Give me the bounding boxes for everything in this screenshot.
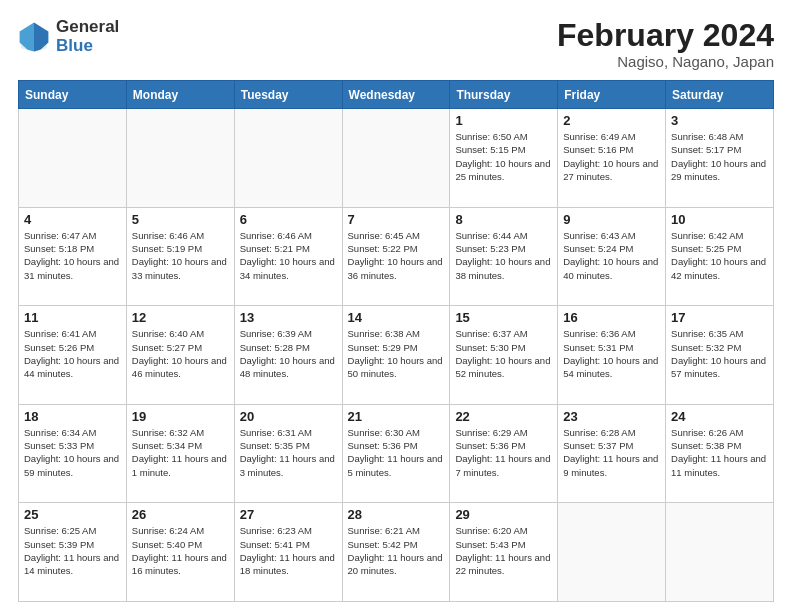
title-block: February 2024 Nagiso, Nagano, Japan	[557, 18, 774, 70]
day-number: 28	[348, 507, 445, 522]
table-row: 12Sunrise: 6:40 AM Sunset: 5:27 PM Dayli…	[126, 306, 234, 405]
day-number: 14	[348, 310, 445, 325]
day-info: Sunrise: 6:42 AM Sunset: 5:25 PM Dayligh…	[671, 229, 768, 282]
table-row	[234, 109, 342, 208]
table-row: 9Sunrise: 6:43 AM Sunset: 5:24 PM Daylig…	[558, 207, 666, 306]
day-number: 23	[563, 409, 660, 424]
calendar-week-row: 1Sunrise: 6:50 AM Sunset: 5:15 PM Daylig…	[19, 109, 774, 208]
table-row: 25Sunrise: 6:25 AM Sunset: 5:39 PM Dayli…	[19, 503, 127, 602]
day-number: 16	[563, 310, 660, 325]
table-row: 20Sunrise: 6:31 AM Sunset: 5:35 PM Dayli…	[234, 404, 342, 503]
day-info: Sunrise: 6:48 AM Sunset: 5:17 PM Dayligh…	[671, 130, 768, 183]
day-info: Sunrise: 6:44 AM Sunset: 5:23 PM Dayligh…	[455, 229, 552, 282]
col-thursday: Thursday	[450, 81, 558, 109]
table-row: 14Sunrise: 6:38 AM Sunset: 5:29 PM Dayli…	[342, 306, 450, 405]
table-row: 17Sunrise: 6:35 AM Sunset: 5:32 PM Dayli…	[666, 306, 774, 405]
table-row: 7Sunrise: 6:45 AM Sunset: 5:22 PM Daylig…	[342, 207, 450, 306]
table-row: 16Sunrise: 6:36 AM Sunset: 5:31 PM Dayli…	[558, 306, 666, 405]
day-info: Sunrise: 6:29 AM Sunset: 5:36 PM Dayligh…	[455, 426, 552, 479]
table-row: 4Sunrise: 6:47 AM Sunset: 5:18 PM Daylig…	[19, 207, 127, 306]
table-row	[666, 503, 774, 602]
day-info: Sunrise: 6:43 AM Sunset: 5:24 PM Dayligh…	[563, 229, 660, 282]
calendar-header-row: Sunday Monday Tuesday Wednesday Thursday…	[19, 81, 774, 109]
table-row	[126, 109, 234, 208]
table-row: 18Sunrise: 6:34 AM Sunset: 5:33 PM Dayli…	[19, 404, 127, 503]
day-info: Sunrise: 6:39 AM Sunset: 5:28 PM Dayligh…	[240, 327, 337, 380]
month-year-title: February 2024	[557, 18, 774, 53]
col-wednesday: Wednesday	[342, 81, 450, 109]
logo-text: General Blue	[56, 18, 119, 55]
day-number: 5	[132, 212, 229, 227]
table-row: 19Sunrise: 6:32 AM Sunset: 5:34 PM Dayli…	[126, 404, 234, 503]
table-row: 21Sunrise: 6:30 AM Sunset: 5:36 PM Dayli…	[342, 404, 450, 503]
location-title: Nagiso, Nagano, Japan	[557, 53, 774, 70]
day-info: Sunrise: 6:47 AM Sunset: 5:18 PM Dayligh…	[24, 229, 121, 282]
day-number: 6	[240, 212, 337, 227]
page: General Blue February 2024 Nagiso, Nagan…	[0, 0, 792, 612]
table-row: 2Sunrise: 6:49 AM Sunset: 5:16 PM Daylig…	[558, 109, 666, 208]
day-number: 9	[563, 212, 660, 227]
day-info: Sunrise: 6:49 AM Sunset: 5:16 PM Dayligh…	[563, 130, 660, 183]
day-info: Sunrise: 6:37 AM Sunset: 5:30 PM Dayligh…	[455, 327, 552, 380]
day-info: Sunrise: 6:32 AM Sunset: 5:34 PM Dayligh…	[132, 426, 229, 479]
day-info: Sunrise: 6:23 AM Sunset: 5:41 PM Dayligh…	[240, 524, 337, 577]
day-number: 29	[455, 507, 552, 522]
day-info: Sunrise: 6:31 AM Sunset: 5:35 PM Dayligh…	[240, 426, 337, 479]
table-row: 29Sunrise: 6:20 AM Sunset: 5:43 PM Dayli…	[450, 503, 558, 602]
day-number: 4	[24, 212, 121, 227]
day-info: Sunrise: 6:46 AM Sunset: 5:19 PM Dayligh…	[132, 229, 229, 282]
day-number: 11	[24, 310, 121, 325]
logo-blue-text: Blue	[56, 37, 119, 56]
table-row: 6Sunrise: 6:46 AM Sunset: 5:21 PM Daylig…	[234, 207, 342, 306]
day-info: Sunrise: 6:40 AM Sunset: 5:27 PM Dayligh…	[132, 327, 229, 380]
table-row: 13Sunrise: 6:39 AM Sunset: 5:28 PM Dayli…	[234, 306, 342, 405]
day-number: 15	[455, 310, 552, 325]
day-number: 10	[671, 212, 768, 227]
day-info: Sunrise: 6:28 AM Sunset: 5:37 PM Dayligh…	[563, 426, 660, 479]
day-number: 17	[671, 310, 768, 325]
day-number: 3	[671, 113, 768, 128]
logo-icon	[18, 21, 50, 53]
day-number: 21	[348, 409, 445, 424]
day-info: Sunrise: 6:41 AM Sunset: 5:26 PM Dayligh…	[24, 327, 121, 380]
table-row: 27Sunrise: 6:23 AM Sunset: 5:41 PM Dayli…	[234, 503, 342, 602]
table-row: 15Sunrise: 6:37 AM Sunset: 5:30 PM Dayli…	[450, 306, 558, 405]
col-sunday: Sunday	[19, 81, 127, 109]
table-row: 5Sunrise: 6:46 AM Sunset: 5:19 PM Daylig…	[126, 207, 234, 306]
table-row	[342, 109, 450, 208]
table-row: 26Sunrise: 6:24 AM Sunset: 5:40 PM Dayli…	[126, 503, 234, 602]
calendar-week-row: 18Sunrise: 6:34 AM Sunset: 5:33 PM Dayli…	[19, 404, 774, 503]
header: General Blue February 2024 Nagiso, Nagan…	[18, 18, 774, 70]
table-row	[19, 109, 127, 208]
day-info: Sunrise: 6:38 AM Sunset: 5:29 PM Dayligh…	[348, 327, 445, 380]
logo-general-text: General	[56, 18, 119, 37]
day-number: 26	[132, 507, 229, 522]
calendar-week-row: 11Sunrise: 6:41 AM Sunset: 5:26 PM Dayli…	[19, 306, 774, 405]
col-friday: Friday	[558, 81, 666, 109]
day-info: Sunrise: 6:35 AM Sunset: 5:32 PM Dayligh…	[671, 327, 768, 380]
table-row: 10Sunrise: 6:42 AM Sunset: 5:25 PM Dayli…	[666, 207, 774, 306]
table-row: 28Sunrise: 6:21 AM Sunset: 5:42 PM Dayli…	[342, 503, 450, 602]
day-info: Sunrise: 6:20 AM Sunset: 5:43 PM Dayligh…	[455, 524, 552, 577]
calendar-week-row: 25Sunrise: 6:25 AM Sunset: 5:39 PM Dayli…	[19, 503, 774, 602]
day-number: 12	[132, 310, 229, 325]
day-number: 1	[455, 113, 552, 128]
col-saturday: Saturday	[666, 81, 774, 109]
day-number: 18	[24, 409, 121, 424]
day-number: 2	[563, 113, 660, 128]
day-number: 22	[455, 409, 552, 424]
day-info: Sunrise: 6:34 AM Sunset: 5:33 PM Dayligh…	[24, 426, 121, 479]
day-number: 24	[671, 409, 768, 424]
day-info: Sunrise: 6:25 AM Sunset: 5:39 PM Dayligh…	[24, 524, 121, 577]
day-info: Sunrise: 6:50 AM Sunset: 5:15 PM Dayligh…	[455, 130, 552, 183]
day-number: 13	[240, 310, 337, 325]
table-row: 8Sunrise: 6:44 AM Sunset: 5:23 PM Daylig…	[450, 207, 558, 306]
day-number: 7	[348, 212, 445, 227]
day-info: Sunrise: 6:36 AM Sunset: 5:31 PM Dayligh…	[563, 327, 660, 380]
table-row: 23Sunrise: 6:28 AM Sunset: 5:37 PM Dayli…	[558, 404, 666, 503]
table-row: 11Sunrise: 6:41 AM Sunset: 5:26 PM Dayli…	[19, 306, 127, 405]
table-row: 3Sunrise: 6:48 AM Sunset: 5:17 PM Daylig…	[666, 109, 774, 208]
day-number: 20	[240, 409, 337, 424]
day-info: Sunrise: 6:46 AM Sunset: 5:21 PM Dayligh…	[240, 229, 337, 282]
calendar-table: Sunday Monday Tuesday Wednesday Thursday…	[18, 80, 774, 602]
